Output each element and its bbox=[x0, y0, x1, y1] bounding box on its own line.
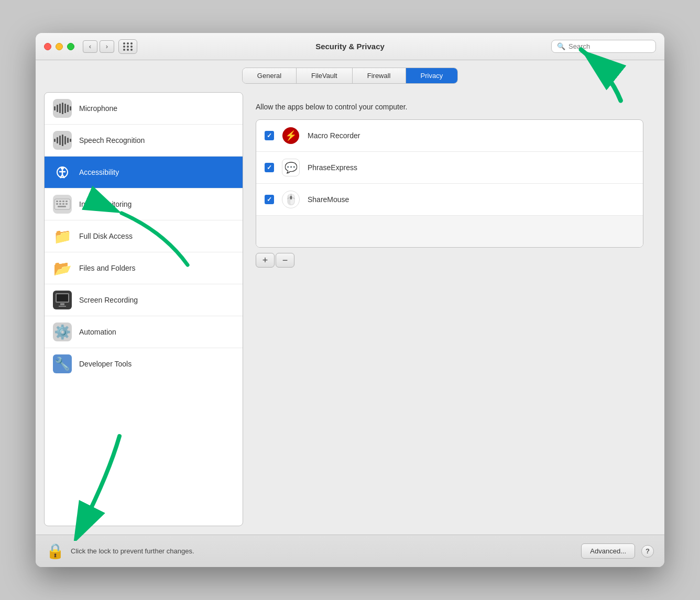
tab-firewall[interactable]: Firewall bbox=[353, 68, 406, 83]
monitor-base bbox=[59, 306, 66, 307]
keyboard-svg bbox=[54, 198, 71, 210]
svg-rect-15 bbox=[58, 206, 66, 207]
panel-description: Allow the apps below to control your com… bbox=[256, 103, 643, 111]
help-button[interactable]: ? bbox=[641, 545, 654, 558]
svg-rect-12 bbox=[59, 203, 61, 205]
sidebar-item-label: Input Monitoring bbox=[79, 200, 132, 208]
checkmark-icon: ✓ bbox=[267, 132, 272, 139]
maximize-button[interactable] bbox=[67, 43, 74, 50]
remove-app-button[interactable]: − bbox=[276, 253, 294, 268]
tab-general[interactable]: General bbox=[243, 68, 297, 83]
right-panel: Allow the apps below to control your com… bbox=[243, 92, 656, 526]
sidebar-item-developer-tools[interactable]: 🔧 Developer Tools bbox=[45, 348, 243, 380]
window-title: Security & Privacy bbox=[315, 42, 385, 51]
lock-icon[interactable]: 🔒 bbox=[46, 542, 64, 560]
sidebar-item-accessibility[interactable]: Accessibility bbox=[45, 157, 243, 188]
accessibility-icon bbox=[53, 163, 72, 182]
waveform-graphic2 bbox=[53, 132, 72, 148]
sidebar-item-label: Developer Tools bbox=[79, 360, 132, 368]
monitor-stand bbox=[60, 303, 64, 305]
list-controls: + − bbox=[256, 253, 643, 268]
app-item-macro-recorder: ✓ ⚡ Macro Recorder bbox=[256, 120, 643, 152]
sidebar-item-label: Screen Recording bbox=[79, 296, 138, 304]
sidebar-item-files-and-folders[interactable]: 📂 Files and Folders bbox=[45, 252, 243, 284]
waveform-graphic bbox=[53, 101, 72, 116]
sidebar-item-label: Microphone bbox=[79, 104, 117, 113]
app-item-sharemouse: ✓ 🖱️ ShareMouse bbox=[256, 184, 643, 216]
svg-rect-14 bbox=[65, 203, 68, 205]
svg-rect-7 bbox=[56, 201, 58, 202]
apps-list: ✓ ⚡ Macro Recorder ✓ 💬 PhraseExpress bbox=[256, 119, 643, 248]
macro-recorder-icon: ⚡ bbox=[281, 126, 300, 145]
phraseexpress-checkbox[interactable]: ✓ bbox=[265, 163, 274, 172]
main-content: Microphone Speech Recognition bbox=[36, 84, 664, 535]
advanced-button[interactable]: Advanced... bbox=[581, 543, 635, 559]
close-button[interactable] bbox=[44, 43, 51, 50]
bottom-bar: 🔒 Click the lock to prevent further chan… bbox=[36, 535, 664, 567]
chevron-right-icon: › bbox=[106, 42, 108, 50]
monitor-screen bbox=[56, 293, 69, 303]
svg-rect-9 bbox=[62, 201, 64, 202]
checkmark-icon: ✓ bbox=[267, 164, 272, 171]
svg-rect-10 bbox=[65, 201, 68, 202]
app-name-macro-recorder: Macro Recorder bbox=[308, 131, 360, 140]
main-window: ‹ › Security & Privacy 🔍 General FileVau… bbox=[36, 33, 664, 567]
search-input[interactable] bbox=[568, 42, 650, 50]
svg-rect-8 bbox=[59, 201, 61, 202]
nav-buttons: ‹ › bbox=[83, 40, 114, 53]
sidebar-item-automation[interactable]: ⚙️ Automation bbox=[45, 316, 243, 348]
app-name-sharemouse: ShareMouse bbox=[308, 195, 349, 204]
sidebar-item-full-disk-access[interactable]: 📁 Full Disk Access bbox=[45, 220, 243, 252]
grid-icon bbox=[123, 42, 133, 51]
sidebar-item-microphone[interactable]: Microphone bbox=[45, 93, 243, 125]
developer-svg: 🔧 bbox=[54, 357, 70, 371]
tab-privacy[interactable]: Privacy bbox=[406, 68, 458, 83]
accessibility-svg bbox=[55, 165, 70, 180]
sidebar-item-label: Automation bbox=[79, 328, 116, 336]
share-icon-inner: 🖱️ bbox=[282, 191, 300, 208]
developer-icon: 🔧 bbox=[53, 354, 72, 373]
titlebar: ‹ › Security & Privacy 🔍 bbox=[36, 33, 664, 60]
sharemouse-icon: 🖱️ bbox=[281, 190, 300, 209]
gear-icon: ⚙️ bbox=[53, 323, 72, 341]
macro-recorder-checkbox[interactable]: ✓ bbox=[265, 131, 274, 140]
macro-icon-inner: ⚡ bbox=[282, 127, 299, 144]
sidebar-item-label: Full Disk Access bbox=[79, 232, 133, 240]
sidebar-item-screen-recording[interactable]: Screen Recording bbox=[45, 284, 243, 316]
chevron-left-icon: ‹ bbox=[89, 42, 91, 50]
sidebar-item-label: Files and Folders bbox=[79, 264, 135, 272]
svg-rect-13 bbox=[62, 203, 64, 205]
tabs: General FileVault Firewall Privacy bbox=[242, 68, 458, 84]
svg-rect-11 bbox=[56, 203, 58, 205]
apps-list-empty-area bbox=[256, 216, 643, 247]
microphone-icon bbox=[53, 99, 72, 118]
phraseexpress-icon: 💬 bbox=[281, 158, 300, 177]
back-button[interactable]: ‹ bbox=[83, 40, 97, 53]
tab-filevault[interactable]: FileVault bbox=[297, 68, 353, 83]
monitor-inner bbox=[56, 293, 69, 307]
gear-svg: ⚙️ bbox=[54, 324, 71, 340]
phrase-icon-inner: 💬 bbox=[282, 159, 300, 176]
sidebar-item-speech-recognition[interactable]: Speech Recognition bbox=[45, 125, 243, 157]
keyboard-icon bbox=[53, 195, 72, 214]
forward-button[interactable]: › bbox=[100, 40, 114, 53]
search-box[interactable]: 🔍 bbox=[551, 40, 656, 53]
checkmark-icon: ✓ bbox=[267, 196, 272, 203]
app-name-phraseexpress: PhraseExpress bbox=[308, 163, 357, 172]
lock-text: Click the lock to prevent further change… bbox=[71, 547, 575, 555]
add-app-button[interactable]: + bbox=[256, 253, 275, 268]
app-item-phraseexpress: ✓ 💬 PhraseExpress bbox=[256, 152, 643, 184]
search-icon: 🔍 bbox=[557, 42, 565, 50]
speech-icon bbox=[53, 131, 72, 150]
folder2-icon: 📂 bbox=[53, 259, 72, 277]
sidebar: Microphone Speech Recognition bbox=[44, 92, 243, 526]
traffic-lights bbox=[44, 43, 74, 50]
sidebar-item-label: Accessibility bbox=[79, 168, 119, 176]
tabs-container: General FileVault Firewall Privacy bbox=[36, 60, 664, 84]
sidebar-item-input-monitoring[interactable]: Input Monitoring bbox=[45, 188, 243, 220]
sharemouse-checkbox[interactable]: ✓ bbox=[265, 195, 274, 204]
minimize-button[interactable] bbox=[56, 43, 63, 50]
folder-icon: 📁 bbox=[53, 227, 72, 246]
sidebar-item-label: Speech Recognition bbox=[79, 136, 145, 145]
grid-view-button[interactable] bbox=[118, 39, 137, 54]
